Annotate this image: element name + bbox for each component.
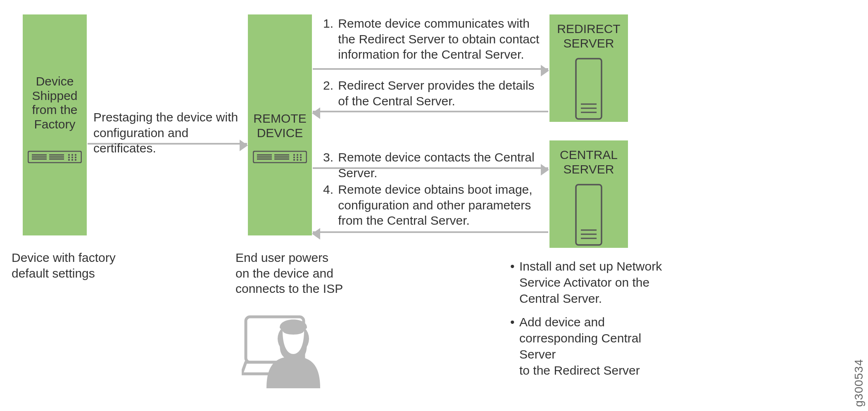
arrow-step1	[313, 68, 548, 70]
prestage-caption: Prestaging the device withconfiguration …	[93, 109, 250, 156]
svg-point-30	[297, 159, 298, 161]
svg-point-23	[293, 154, 295, 156]
bullet-dot-icon: •	[510, 258, 519, 306]
svg-point-27	[297, 157, 298, 158]
arrow-step2	[313, 111, 548, 112]
arrow-step4	[313, 231, 548, 233]
svg-point-31	[300, 159, 302, 161]
rack-device-icon	[28, 151, 82, 163]
diagram-canvas: { "boxes": { "factory": { "title": "Devi…	[0, 0, 868, 411]
bullet-dot-icon: •	[510, 314, 519, 378]
svg-point-12	[75, 157, 76, 158]
svg-point-29	[293, 159, 295, 161]
svg-rect-32	[576, 59, 602, 119]
step-3: 3. Remote device contacts the Central Se…	[323, 150, 554, 181]
step-2-text: Redirect Server provides the detailsof t…	[338, 78, 545, 109]
figure-id: g300534	[852, 359, 866, 407]
svg-point-13	[68, 159, 70, 161]
step-2: 2. Redirect Server provides the detailso…	[323, 78, 546, 109]
factory-caption: Device with factorydefault settings	[12, 250, 144, 281]
svg-point-11	[71, 157, 73, 158]
redirect-server-box: REDIRECTSERVER	[549, 14, 628, 122]
step-1: 1. Remote device communicates withthe Re…	[323, 16, 546, 62]
remote-caption: End user powerson the device andconnects…	[235, 250, 368, 297]
svg-point-24	[297, 154, 298, 156]
server-setup-notes: • Install and set up NetworkService Acti…	[510, 258, 675, 386]
step-4-num: 4.	[323, 182, 335, 197]
bullet-2: Add device andcorresponding Central Serv…	[519, 314, 675, 378]
remote-device-title: REMOTEDEVICE	[248, 112, 312, 140]
central-server-box: CENTRALSERVER	[549, 140, 628, 248]
svg-point-15	[75, 159, 76, 161]
server-tower-icon	[575, 184, 602, 246]
step-3-num: 3.	[323, 150, 335, 165]
svg-point-25	[300, 154, 302, 156]
step-1-text: Remote device communicates withthe Redir…	[338, 16, 545, 62]
bullet-1: Install and set up NetworkService Activa…	[519, 258, 662, 306]
step-1-num: 1.	[323, 16, 335, 31]
svg-point-10	[68, 157, 70, 158]
central-server-title: CENTRALSERVER	[549, 148, 628, 176]
svg-point-9	[75, 154, 76, 156]
server-tower-icon	[575, 58, 602, 120]
svg-point-14	[71, 159, 73, 161]
remote-device-box: REMOTEDEVICE	[248, 14, 312, 235]
rack-device-icon	[253, 151, 307, 163]
step-3-text: Remote device contacts the Central Serve…	[338, 150, 553, 181]
svg-rect-36	[576, 185, 602, 245]
svg-point-7	[68, 154, 70, 156]
svg-point-8	[71, 154, 73, 156]
step-2-num: 2.	[323, 78, 335, 93]
factory-box: DeviceShippedfrom theFactory	[23, 14, 87, 235]
redirect-server-title: REDIRECTSERVER	[549, 22, 628, 50]
step-4-text: Remote device obtains boot image,configu…	[338, 182, 545, 228]
end-user-icon	[242, 308, 324, 390]
svg-point-26	[293, 157, 295, 158]
factory-title: DeviceShippedfrom theFactory	[23, 74, 87, 131]
svg-point-28	[300, 157, 302, 158]
step-4: 4. Remote device obtains boot image,conf…	[323, 182, 546, 228]
